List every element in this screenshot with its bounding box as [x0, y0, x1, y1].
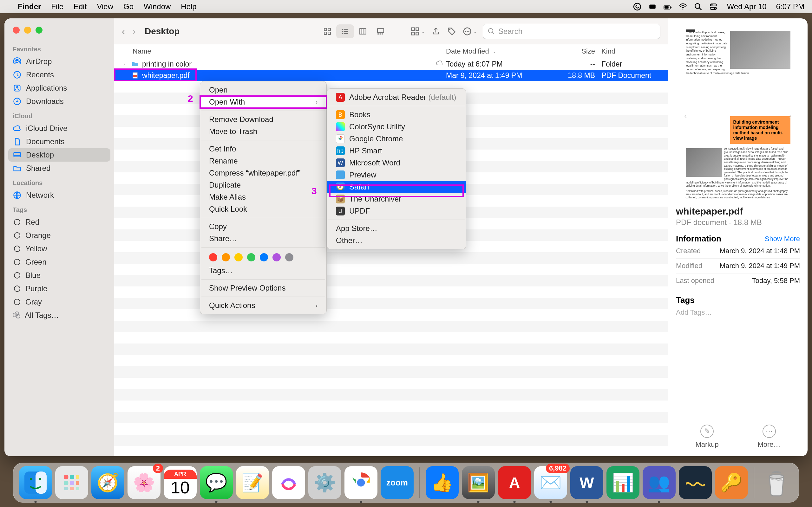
col-name[interactable]: Name	[133, 47, 446, 55]
sidebar-documents[interactable]: Documents	[8, 135, 110, 148]
fullscreen-button[interactable]	[36, 26, 43, 34]
file-row-pdf[interactable]: whitepaper.pdf Mar 9, 2024 at 1:49 PM 18…	[114, 70, 668, 81]
ow-other[interactable]: Other…	[327, 234, 466, 246]
menu-extra-icon[interactable]	[648, 3, 657, 11]
icon-view-button[interactable]	[318, 24, 336, 38]
sidebar-desktop[interactable]: Desktop	[8, 148, 110, 162]
back-button[interactable]: ‹	[122, 26, 125, 37]
show-more-link[interactable]: Show More	[765, 235, 800, 243]
gallery-view-button[interactable]	[372, 24, 390, 38]
sidebar-tag-red[interactable]: Red	[8, 216, 110, 229]
sidebar-tag-green[interactable]: Green	[8, 256, 110, 269]
add-tags-field[interactable]: Add Tags…	[676, 308, 800, 317]
ctx-share[interactable]: Share…	[200, 233, 326, 245]
list-view-button[interactable]	[336, 24, 354, 38]
ctx-remove-download[interactable]: Remove Download	[200, 113, 326, 125]
ctx-compress[interactable]: Compress “whitepaper.pdf”	[200, 167, 326, 179]
sidebar-all-tags[interactable]: All Tags…	[8, 308, 110, 322]
ow-unarchiver[interactable]: 📦The Unarchiver	[327, 193, 466, 205]
sidebar-recents[interactable]: Recents	[8, 68, 110, 81]
ow-app-store[interactable]: App Store…	[327, 222, 466, 234]
dock-word[interactable]: W	[570, 466, 603, 499]
dock-thumbsup[interactable]: 👍	[426, 466, 459, 499]
dock-previewapp[interactable]: 🖼️	[462, 466, 495, 499]
ctx-quick-actions[interactable]: Quick Actions›	[200, 299, 326, 312]
menu-go[interactable]: Go	[123, 2, 134, 11]
sidebar-tag-orange[interactable]: Orange	[8, 229, 110, 242]
tag-color-yellow[interactable]	[235, 253, 243, 262]
sidebar-airdrop[interactable]: AirDrop	[8, 55, 110, 68]
ctx-copy[interactable]: Copy	[200, 221, 326, 233]
ow-hpsmart[interactable]: hpHP Smart	[327, 145, 466, 157]
minimize-button[interactable]	[24, 26, 31, 34]
more-action[interactable]: ⋯More…	[757, 425, 780, 449]
menubar-time[interactable]: 6:07 PM	[776, 2, 804, 11]
menu-view[interactable]: View	[97, 2, 113, 11]
wifi-icon[interactable]	[679, 3, 687, 11]
menubar-date[interactable]: Wed Apr 10	[727, 2, 767, 11]
ow-preview[interactable]: Preview	[327, 169, 466, 181]
dock-finder[interactable]	[19, 466, 52, 499]
group-by-button[interactable]: ⌄	[410, 26, 425, 36]
dock-app1[interactable]	[679, 466, 712, 499]
dock-safari[interactable]: 🧭	[91, 466, 124, 499]
ow-acrobat[interactable]: AAdobe Acrobat Reader (default)	[327, 91, 466, 103]
app-name[interactable]: Finder	[18, 2, 41, 11]
battery-icon[interactable]	[664, 3, 672, 11]
grammarly-icon[interactable]	[633, 3, 641, 11]
sidebar-network[interactable]: Network	[8, 188, 110, 202]
menu-file[interactable]: File	[51, 2, 63, 11]
markup-action[interactable]: ✎Markup	[695, 425, 718, 449]
dock-acrobat[interactable]: A	[498, 466, 531, 499]
col-modified[interactable]: Date Modified⌄	[446, 47, 554, 55]
sidebar-tag-yellow[interactable]: Yellow	[8, 242, 110, 256]
column-view-button[interactable]	[354, 24, 372, 38]
tag-color-orange[interactable]	[222, 253, 230, 262]
dock-mail[interactable]: ✉️6,982	[534, 466, 567, 499]
tag-color-green[interactable]	[247, 253, 255, 262]
sidebar-tag-blue[interactable]: Blue	[8, 269, 110, 282]
disclosure-triangle-icon[interactable]: ›	[120, 61, 128, 67]
ctx-rename[interactable]: Rename	[200, 155, 326, 167]
menu-window[interactable]: Window	[144, 2, 171, 11]
tags-button[interactable]	[447, 26, 457, 37]
dock-notes[interactable]: 📝	[236, 466, 269, 499]
ctx-make-alias[interactable]: Make Alias	[200, 191, 326, 203]
tag-color-blue[interactable]	[260, 253, 268, 262]
dock-excel[interactable]: 📊	[606, 466, 640, 499]
ctx-open-with[interactable]: Open With›	[200, 96, 326, 108]
tag-color-red[interactable]	[209, 253, 217, 262]
forward-button[interactable]: ›	[133, 26, 136, 37]
dock-launchpad[interactable]	[55, 466, 88, 499]
sidebar-shared[interactable]: Shared	[8, 162, 110, 175]
col-kind[interactable]: Kind	[601, 47, 668, 55]
dock-messages[interactable]: 💬	[200, 466, 233, 499]
ctx-tags[interactable]: Tags…	[200, 265, 326, 277]
ctx-quick-look[interactable]: Quick Look	[200, 203, 326, 215]
menu-help[interactable]: Help	[181, 2, 196, 11]
control-center-icon[interactable]	[709, 3, 717, 11]
dock-trash[interactable]	[760, 466, 793, 499]
ctx-show-preview-options[interactable]: Show Preview Options	[200, 282, 326, 294]
menu-edit[interactable]: Edit	[73, 2, 87, 11]
ow-books[interactable]: BBooks	[327, 109, 466, 121]
dock-keychain[interactable]: 🔑	[715, 466, 748, 499]
ctx-move-to-trash[interactable]: Move to Trash	[200, 125, 326, 137]
ow-chrome[interactable]: Google Chrome	[327, 133, 466, 145]
tag-color-gray[interactable]	[285, 253, 293, 262]
sidebar-icloud-drive[interactable]: iCloud Drive	[8, 122, 110, 135]
dock-photos[interactable]: 🌸2	[128, 466, 160, 499]
ow-safari[interactable]: 🧭Safari	[327, 181, 466, 193]
sidebar-tag-gray[interactable]: Gray	[8, 295, 110, 308]
ctx-duplicate[interactable]: Duplicate	[200, 179, 326, 191]
share-button[interactable]	[431, 26, 441, 37]
dock-zoom[interactable]: zoom	[380, 466, 414, 499]
sidebar-applications[interactable]: Applications	[8, 81, 110, 95]
action-button[interactable]: ⌄	[462, 26, 477, 36]
search-field[interactable]: Search	[483, 24, 660, 39]
file-row-folder[interactable]: › printing in color Today at 6:07 PM -- …	[114, 58, 668, 70]
dock-freeform[interactable]	[272, 466, 305, 499]
dock-chrome[interactable]	[345, 466, 377, 499]
dock-calendar[interactable]: APR10	[164, 466, 197, 499]
sidebar-downloads[interactable]: Downloads	[8, 95, 110, 108]
